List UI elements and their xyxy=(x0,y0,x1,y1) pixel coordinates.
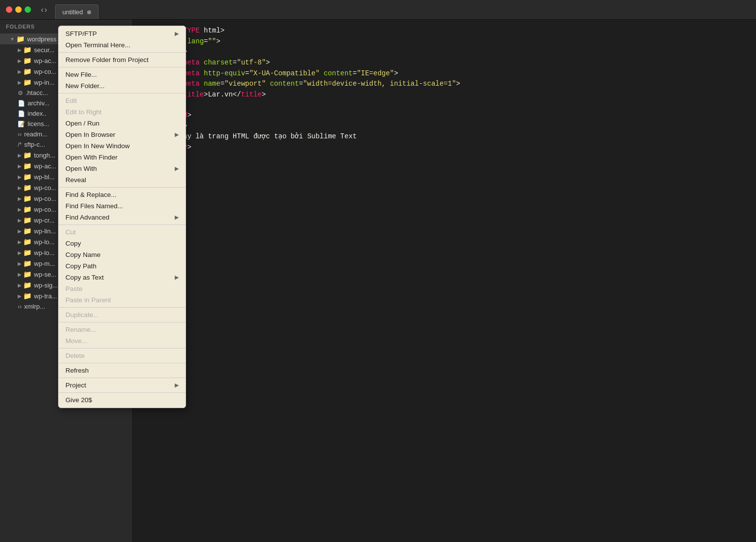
context-menu[interactable]: SFTP/FTP▶Open Terminal Here...Remove Fol… xyxy=(58,26,186,408)
context-menu-item[interactable]: Open In New Window xyxy=(59,140,186,152)
context-menu-item[interactable]: Open In Browser▶ xyxy=(59,129,186,140)
context-menu-item: Edit xyxy=(59,95,186,106)
sidebar-item-label: wp-bl... xyxy=(34,173,55,181)
sidebar-item-label: wp-in... xyxy=(34,79,55,86)
sidebar-item-label: wp-se... xyxy=(34,271,57,278)
sidebar-item-label: wp-co... xyxy=(34,184,57,191)
menu-item-label: Move... xyxy=(65,337,87,345)
sidebar-item-label: wp-lo... xyxy=(34,249,55,256)
context-menu-item: Paste xyxy=(59,283,186,294)
context-menu-item[interactable]: Open Terminal Here... xyxy=(59,39,186,51)
submenu-arrow-icon: ▶ xyxy=(175,274,179,281)
menu-separator xyxy=(59,224,186,225)
code-line: 11 Đây là trang HTML được tạo bởi Sublim… xyxy=(133,131,756,142)
folder-icon: 📁 xyxy=(23,78,32,86)
menu-item-label: Reveal xyxy=(65,176,86,184)
context-menu-item[interactable]: Reveal xyxy=(59,174,186,186)
context-menu-item[interactable]: SFTP/FTP▶ xyxy=(59,28,186,39)
sidebar-item-label: wp-co... xyxy=(34,68,57,75)
menu-separator xyxy=(59,392,186,393)
context-menu-item[interactable]: Copy xyxy=(59,238,186,249)
context-menu-item[interactable]: Open / Run xyxy=(59,118,186,129)
sidebar-item-label: tongh... xyxy=(34,152,55,159)
title-bar: ‹ › untitled xyxy=(0,0,756,20)
menu-item-label: Find Files Named... xyxy=(65,202,123,210)
tab-label: untitled xyxy=(63,8,83,16)
sidebar-item-label: secur... xyxy=(34,46,55,54)
sidebar-item-label: wp-cr... xyxy=(34,217,55,224)
menu-item-label: New Folder... xyxy=(65,82,105,90)
sidebar-item-label: wp-ac... xyxy=(34,57,57,64)
folder-icon: 📁 xyxy=(23,281,32,289)
nav-arrows: ‹ › xyxy=(37,5,51,14)
chevron-right-icon: ▶ xyxy=(18,196,22,201)
context-menu-item: Edit to Right xyxy=(59,106,186,118)
menu-item-label: Cut xyxy=(65,228,76,236)
folder-icon: 📁 xyxy=(23,184,32,191)
menu-item-label: Copy xyxy=(65,240,81,247)
context-menu-item[interactable]: Remove Folder from Project xyxy=(59,54,186,65)
maximize-button[interactable] xyxy=(25,6,31,13)
menu-item-label: Paste in Parent xyxy=(65,296,111,304)
menu-item-label: Edit xyxy=(65,97,77,104)
context-menu-item[interactable]: Project▶ xyxy=(59,380,186,391)
menu-item-label: Open Terminal Here... xyxy=(65,41,130,49)
menu-item-label: Give 20$ xyxy=(65,396,92,404)
file-icon: 📄 xyxy=(18,110,25,117)
file-icon: ‹› xyxy=(18,303,22,310)
chevron-right-icon: ▶ xyxy=(18,153,22,158)
menu-item-label: Rename... xyxy=(65,326,96,333)
chevron-right-icon: ▶ xyxy=(18,261,22,266)
folder-icon: 📁 xyxy=(23,238,32,246)
menu-item-label: Open With xyxy=(65,165,97,172)
context-menu-item[interactable]: Copy as Text▶ xyxy=(59,272,186,283)
code-content: Đây là trang HTML được tạo bởi Sublime T… xyxy=(162,131,357,142)
context-menu-item[interactable]: Open With▶ xyxy=(59,163,186,174)
context-menu-item[interactable]: New Folder... xyxy=(59,80,186,92)
minimize-button[interactable] xyxy=(15,6,22,13)
editor-tab[interactable]: untitled xyxy=(55,4,98,19)
tab-area: untitled xyxy=(51,0,98,19)
folder-icon: 📁 xyxy=(23,205,32,213)
folder-icon: 📁 xyxy=(23,249,32,256)
chevron-right-icon: ▶ xyxy=(18,283,22,288)
close-button[interactable] xyxy=(6,6,12,13)
menu-separator xyxy=(59,378,186,378)
sidebar-item-label: index.. xyxy=(28,110,46,117)
sidebar-item-label: wordpress xyxy=(27,35,57,43)
sidebar-item-label: sftp-c... xyxy=(24,141,45,148)
menu-item-label: Copy Path xyxy=(65,262,96,270)
file-icon: ‹› xyxy=(18,131,22,138)
code-line: 4 <meta charset="utf-8"> xyxy=(133,58,756,68)
nav-back-icon[interactable]: ‹ xyxy=(41,5,43,14)
context-menu-item[interactable]: Find & Replace... xyxy=(59,189,186,200)
context-menu-item[interactable]: New File... xyxy=(59,69,186,80)
folder-icon: 📁 xyxy=(23,151,32,159)
folder-icon: 📁 xyxy=(23,46,32,54)
menu-item-label: Find & Replace... xyxy=(65,191,117,198)
nav-forward-icon[interactable]: › xyxy=(44,5,47,14)
submenu-arrow-icon: ▶ xyxy=(175,31,179,37)
menu-item-label: Copy Name xyxy=(65,251,100,258)
context-menu-item[interactable]: Find Advanced▶ xyxy=(59,212,186,223)
chevron-right-icon: ▶ xyxy=(18,250,22,255)
editor-area[interactable]: 1<!DOCTYPE html>2<html lang="">3<head>4 … xyxy=(133,20,756,542)
code-line: 2<html lang=""> xyxy=(133,36,756,47)
menu-item-label: Delete xyxy=(65,352,85,359)
code-line: 1<!DOCTYPE html> xyxy=(133,26,756,36)
context-menu-item[interactable]: Copy Name xyxy=(59,249,186,260)
context-menu-item[interactable]: Give 20$ xyxy=(59,394,186,406)
menu-item-label: Open With Finder xyxy=(65,154,118,161)
menu-separator xyxy=(59,67,186,67)
context-menu-item: Paste in Parent xyxy=(59,294,186,306)
context-menu-item[interactable]: Copy Path xyxy=(59,260,186,272)
context-menu-item[interactable]: Open With Finder xyxy=(59,152,186,163)
menu-separator xyxy=(59,93,186,94)
context-menu-item[interactable]: Refresh xyxy=(59,365,186,376)
folder-icon: 📁 xyxy=(23,194,32,202)
submenu-arrow-icon: ▶ xyxy=(175,382,179,388)
menu-item-label: Open / Run xyxy=(65,120,99,127)
chevron-right-icon: ▶ xyxy=(18,69,22,74)
context-menu-item[interactable]: Find Files Named... xyxy=(59,200,186,212)
chevron-right-icon: ▶ xyxy=(18,239,22,245)
